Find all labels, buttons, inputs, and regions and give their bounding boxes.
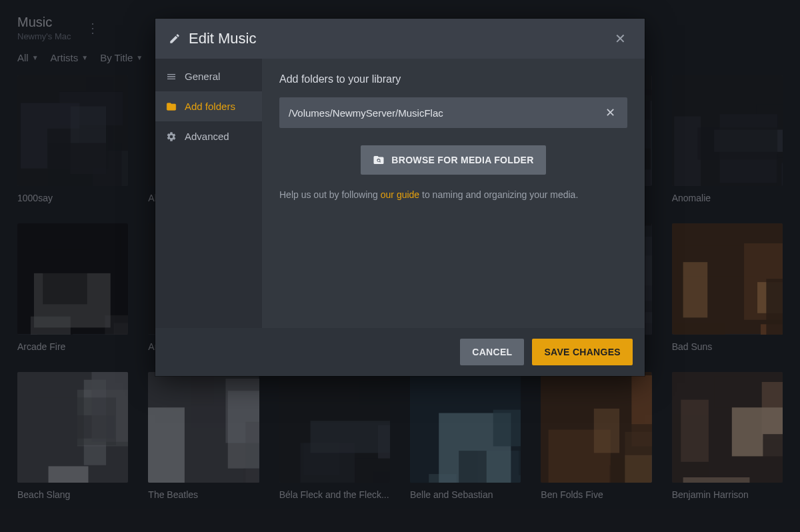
modal-sidebar: General Add folders Advanced [155,59,262,328]
save-changes-button[interactable]: SAVE CHANGES [532,339,633,365]
folder-path-row: /Volumes/NewmyServer/MusicFlac ✕ [279,97,627,128]
pencil-icon [169,33,181,45]
folder-path: /Volumes/NewmyServer/MusicFlac [289,107,603,119]
folder-search-icon [373,154,385,166]
sidebar-item-label: General [185,71,220,82]
cancel-button[interactable]: CANCEL [460,339,524,365]
edit-library-modal: Edit Music ✕ General Add folders Advance… [155,19,645,376]
list-icon [166,71,177,82]
guide-link[interactable]: our guide [381,189,419,200]
remove-folder-icon[interactable]: ✕ [603,105,618,120]
help-text: Help us out by following our guide to na… [279,189,627,200]
folder-open-icon [166,101,177,112]
modal-title: Edit Music [189,30,256,47]
browse-for-media-folder-button[interactable]: BROWSE FOR MEDIA FOLDER [361,145,545,175]
sidebar-item-general[interactable]: General [155,61,262,91]
section-heading: Add folders to your library [279,73,627,85]
sidebar-item-label: Add folders [185,101,235,112]
sidebar-item-add-folders[interactable]: Add folders [155,91,262,121]
browse-button-label: BROWSE FOR MEDIA FOLDER [391,155,533,165]
gear-icon [166,131,177,142]
close-icon[interactable]: ✕ [609,28,631,49]
sidebar-item-label: Advanced [185,131,229,142]
sidebar-item-advanced[interactable]: Advanced [155,121,262,151]
